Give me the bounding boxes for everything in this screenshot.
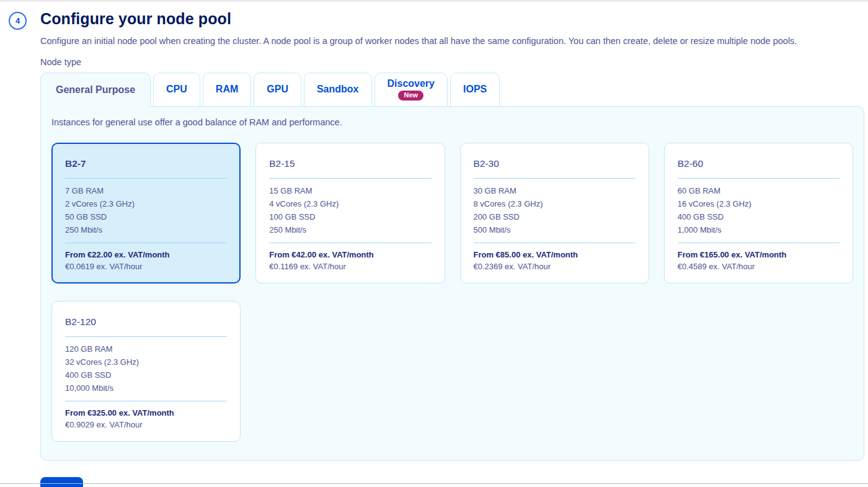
page-title: Configure your node pool bbox=[40, 10, 864, 28]
price-hourly: €0.0619 ex. VAT/hour bbox=[65, 262, 227, 271]
flavor-card-b2-60[interactable]: B2-60 60 GB RAM 16 vCores (2.3 GHz) 400 … bbox=[664, 143, 853, 284]
spec-storage: 400 GB SSD bbox=[678, 210, 839, 223]
tab-label: General Purpose bbox=[56, 84, 135, 96]
spec-storage: 50 GB SSD bbox=[65, 210, 227, 223]
divider bbox=[269, 178, 431, 179]
divider bbox=[65, 401, 227, 401]
divider bbox=[65, 243, 227, 243]
price-monthly: From €22.00 ex. VAT/month bbox=[65, 250, 227, 259]
node-type-label: Node type bbox=[40, 57, 864, 67]
flavor-name: B2-60 bbox=[678, 158, 839, 169]
spec-ram: 120 GB RAM bbox=[65, 342, 227, 355]
bottom-divider bbox=[0, 483, 868, 484]
step-content: Configure your node pool Configure an in… bbox=[40, 10, 864, 487]
tab-cpu[interactable]: CPU bbox=[153, 73, 200, 107]
tab-iops[interactable]: IOPS bbox=[450, 73, 500, 107]
divider bbox=[678, 178, 839, 179]
tab-label: GPU bbox=[267, 84, 288, 95]
node-type-panel: Instances for general use offer a good b… bbox=[40, 106, 864, 461]
spec-vcores: 4 vCores (2.3 GHz) bbox=[269, 197, 431, 210]
spec-vcores: 8 vCores (2.3 GHz) bbox=[474, 197, 636, 210]
spec-ram: 15 GB RAM bbox=[269, 184, 431, 197]
flavor-specs: 120 GB RAM 32 vCores (2.3 GHz) 400 GB SS… bbox=[65, 342, 227, 395]
flavor-card-b2-7[interactable]: B2-7 7 GB RAM 2 vCores (2.3 GHz) 50 GB S… bbox=[51, 143, 241, 284]
spec-vcores: 32 vCores (2.3 GHz) bbox=[65, 355, 227, 369]
price-hourly: €0.1169 ex. VAT/hour bbox=[269, 262, 431, 271]
tab-ram[interactable]: RAM bbox=[203, 73, 251, 107]
price-hourly: €0.9029 ex. VAT/hour bbox=[65, 420, 227, 429]
flavor-name: B2-15 bbox=[269, 158, 431, 169]
tab-discovery[interactable]: Discovery New bbox=[374, 73, 448, 107]
spec-bandwidth: 10,000 Mbit/s bbox=[65, 382, 227, 395]
next-button[interactable]: Next bbox=[40, 477, 83, 487]
flavor-card-b2-30[interactable]: B2-30 30 GB RAM 8 vCores (2.3 GHz) 200 G… bbox=[460, 143, 649, 284]
tab-sandbox[interactable]: Sandbox bbox=[304, 73, 372, 107]
flavor-card-b2-120[interactable]: B2-120 120 GB RAM 32 vCores (2.3 GHz) 40… bbox=[51, 301, 241, 442]
node-type-tabs: General Purpose CPU RAM GPU Sandbox Disc… bbox=[40, 73, 864, 107]
price-monthly: From €165.00 ex. VAT/month bbox=[678, 250, 839, 259]
spec-ram: 60 GB RAM bbox=[678, 184, 839, 197]
flavor-name: B2-7 bbox=[65, 158, 227, 169]
divider bbox=[269, 243, 431, 243]
flavor-name: B2-120 bbox=[65, 316, 227, 328]
step-number-badge: 4 bbox=[9, 12, 27, 30]
flavor-cards-grid: B2-7 7 GB RAM 2 vCores (2.3 GHz) 50 GB S… bbox=[51, 143, 853, 442]
spec-storage: 400 GB SSD bbox=[65, 369, 227, 382]
flavor-specs: 15 GB RAM 4 vCores (2.3 GHz) 100 GB SSD … bbox=[269, 184, 431, 236]
tab-gpu[interactable]: GPU bbox=[254, 73, 301, 107]
top-divider bbox=[0, 1, 868, 1]
flavor-specs: 7 GB RAM 2 vCores (2.3 GHz) 50 GB SSD 25… bbox=[65, 184, 227, 236]
price-monthly: From €325.00 ex. VAT/month bbox=[65, 408, 227, 418]
divider bbox=[65, 178, 227, 179]
panel-intro-text: Instances for general use offer a good b… bbox=[51, 117, 853, 127]
price-monthly: From €42.00 ex. VAT/month bbox=[269, 250, 431, 259]
price-hourly: €0.2369 ex. VAT/hour bbox=[474, 262, 636, 271]
spec-storage: 100 GB SSD bbox=[269, 210, 431, 223]
tab-label: IOPS bbox=[463, 84, 487, 95]
divider bbox=[65, 336, 227, 337]
tab-general-purpose[interactable]: General Purpose bbox=[40, 73, 151, 107]
step-section: 4 Configure your node pool Configure an … bbox=[0, 0, 868, 487]
new-badge: New bbox=[398, 91, 423, 101]
flavor-specs: 30 GB RAM 8 vCores (2.3 GHz) 200 GB SSD … bbox=[474, 184, 636, 236]
divider bbox=[678, 243, 839, 243]
flavor-name: B2-30 bbox=[474, 158, 636, 169]
price-monthly: From €85.00 ex. VAT/month bbox=[474, 250, 636, 259]
tab-label: CPU bbox=[166, 84, 187, 95]
price-hourly: €0.4589 ex. VAT/hour bbox=[678, 262, 839, 271]
page-description: Configure an initial node pool when crea… bbox=[40, 35, 864, 48]
spec-bandwidth: 500 Mbit/s bbox=[474, 223, 636, 236]
flavor-card-b2-15[interactable]: B2-15 15 GB RAM 4 vCores (2.3 GHz) 100 G… bbox=[255, 143, 445, 284]
tab-label: Sandbox bbox=[317, 84, 359, 95]
divider bbox=[474, 178, 636, 179]
spec-storage: 200 GB SSD bbox=[474, 210, 636, 223]
spec-bandwidth: 250 Mbit/s bbox=[65, 223, 227, 236]
spec-ram: 30 GB RAM bbox=[474, 184, 636, 197]
spec-ram: 7 GB RAM bbox=[65, 184, 227, 197]
spec-bandwidth: 250 Mbit/s bbox=[269, 223, 431, 236]
tab-label: Discovery bbox=[388, 78, 435, 89]
divider bbox=[474, 243, 636, 243]
spec-vcores: 2 vCores (2.3 GHz) bbox=[65, 197, 227, 210]
spec-bandwidth: 1,000 Mbit/s bbox=[678, 223, 839, 236]
flavor-specs: 60 GB RAM 16 vCores (2.3 GHz) 400 GB SSD… bbox=[678, 184, 839, 236]
spec-vcores: 16 vCores (2.3 GHz) bbox=[678, 197, 839, 210]
tab-label: RAM bbox=[216, 84, 238, 95]
